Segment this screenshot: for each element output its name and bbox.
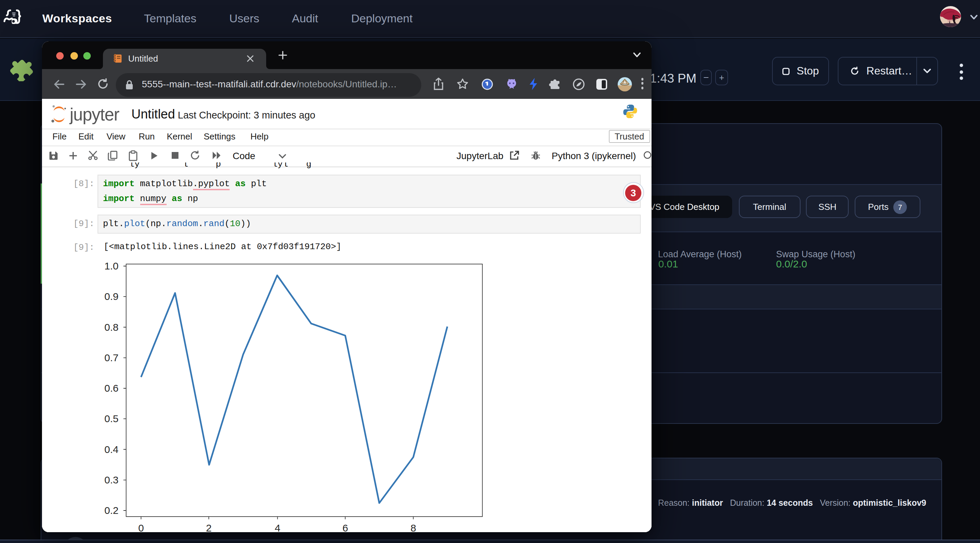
svg-text:0.6: 0.6: [104, 383, 119, 394]
svg-text:0.9: 0.9: [104, 291, 119, 302]
svg-text:0.4: 0.4: [104, 444, 119, 455]
svg-text:1.0: 1.0: [104, 260, 119, 272]
svg-text:0.5: 0.5: [104, 413, 119, 424]
svg-text:6: 6: [342, 522, 348, 532]
svg-text:2: 2: [206, 522, 212, 532]
svg-text:0.7: 0.7: [104, 352, 119, 363]
svg-text:0.8: 0.8: [104, 322, 119, 333]
svg-text:0.2: 0.2: [104, 505, 119, 516]
svg-text:0: 0: [138, 522, 144, 532]
svg-text:8: 8: [410, 522, 416, 532]
svg-text:0.3: 0.3: [104, 474, 119, 486]
svg-text:4: 4: [275, 522, 280, 532]
